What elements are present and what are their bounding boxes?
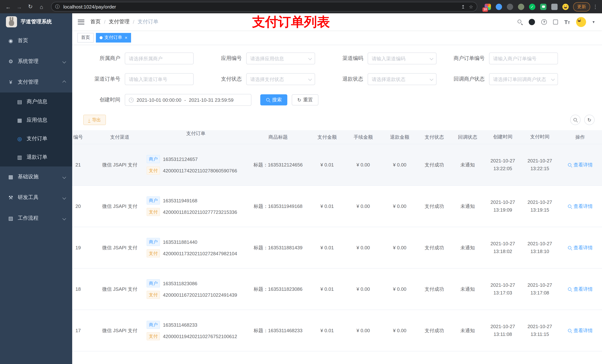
breadcrumb-home[interactable]: 首页 (90, 19, 101, 25)
extension-icon[interactable]: 10 (485, 3, 491, 10)
extension-icon[interactable] (551, 3, 558, 10)
time: 13:19:15 (530, 206, 549, 214)
merchant-input[interactable] (125, 52, 194, 64)
cell-pay-status: 支付成功 (418, 227, 451, 268)
home-icon[interactable]: ⌂ (37, 2, 46, 11)
app-logo: 芋道管理系统 (0, 13, 72, 30)
merchant-tag: 商户 (147, 279, 160, 287)
sidebar-item-system[interactable]: ⚙ 系统管理 (0, 51, 72, 72)
font-size-icon[interactable]: TT (564, 19, 570, 25)
view-detail-link[interactable]: 查看详情 (568, 161, 593, 168)
title-value: 1635311468233 (268, 328, 302, 333)
callback-status-select[interactable] (489, 73, 558, 85)
merchant-order-no-input[interactable] (489, 52, 558, 64)
cell-title: 标题：1635311468233 (247, 310, 310, 351)
export-button[interactable]: ↓ 导出 (83, 115, 106, 125)
sidebar-toggle-icon[interactable] (78, 20, 85, 24)
target-icon: ◎ (16, 136, 23, 142)
site-info-icon[interactable]: ⓘ (55, 3, 60, 10)
merchant-order-no: 1635311949168 (163, 198, 197, 203)
refund-status-select[interactable] (368, 73, 437, 85)
tab-pay-order[interactable]: 支付订单 × (96, 33, 131, 42)
yen-icon: ¥ (7, 79, 14, 85)
page-title-annotation: 支付订单列表 (252, 13, 330, 30)
close-icon[interactable]: × (125, 35, 127, 40)
bookmark-star-icon[interactable]: ☆ (469, 4, 473, 10)
column-header: 支付金额 (310, 130, 345, 144)
reset-button[interactable]: ↻ 重置 (292, 94, 318, 105)
pay-status-select[interactable] (246, 73, 315, 85)
cell-order-no: 商户1635311949168 支付4200001181202110277723… (143, 186, 247, 227)
profile-emoji-icon[interactable] (562, 3, 569, 10)
table-row: 18 微信 JSAPI 支付 商户1635311823086 支付4200001… (72, 269, 602, 310)
sidebar-item-app-info[interactable]: ▦ 应用信息 (0, 111, 72, 129)
pay-tag: 支付 (147, 249, 160, 258)
extension-icon[interactable]: ✓ (529, 3, 535, 10)
create-time-range-picker[interactable]: 2021-10-01 00:00:00 - 2021-10-31 23:59:5… (125, 94, 251, 106)
tab-home[interactable]: 首页 (77, 33, 94, 42)
date: 2021-10-27 (527, 240, 552, 248)
search-button[interactable]: 搜索 (260, 94, 287, 105)
cell-pay-time: 2021-10-2713:22:15 (521, 144, 558, 185)
column-header: 手续金额 (345, 130, 382, 144)
browser-update-button[interactable]: 更新 (573, 2, 590, 11)
title-value: 1635311949168 (268, 203, 302, 209)
filter-label: 应用编号 (205, 55, 246, 62)
sidebar-item-infra[interactable]: ▩ 基础设施 (0, 166, 72, 187)
fullscreen-icon[interactable] (553, 20, 558, 24)
back-icon[interactable]: ← (4, 2, 13, 11)
view-detail-link[interactable]: 查看详情 (568, 203, 593, 209)
sidebar-item-pay-order[interactable]: ◎ 支付订单 (0, 129, 72, 148)
cell-id: 19 (72, 227, 97, 268)
cell-pay-status: 支付成功 (418, 186, 451, 227)
sidebar-item-label: 工作流程 (18, 215, 39, 222)
view-detail-link[interactable]: 查看详情 (568, 327, 593, 334)
channel-code-select[interactable] (368, 52, 437, 64)
help-icon[interactable]: ? (541, 19, 547, 25)
sidebar-item-workflow[interactable]: ▨ 工作流程 (0, 208, 72, 229)
github-icon[interactable] (529, 19, 535, 25)
sidebar-item-label: 支付订单 (27, 135, 47, 142)
pay-order-no: 4200001194202110276752100612 (163, 333, 237, 339)
tags-view-bar: 首页 支付订单 × (72, 30, 602, 45)
cell-create-time: 2021-10-2713:22:05 (484, 144, 521, 185)
cell-amount: ¥ 0.01 (310, 186, 345, 227)
extension-icon[interactable] (518, 3, 524, 10)
url-input[interactable] (63, 3, 461, 10)
download-icon: ↓ (88, 117, 90, 122)
page-content: 所属商户 应用编号 渠道编码 商户订单编号 (72, 45, 602, 364)
column-header: 支付状态 (418, 130, 451, 144)
table-row: 19 微信 JSAPI 支付 商户1635311881440 支付4200001… (72, 227, 602, 269)
column-header: 支付订单 (143, 130, 247, 144)
search-icon[interactable] (517, 19, 522, 24)
sidebar-item-merchant-info[interactable]: ▤ 商户信息 (0, 93, 72, 111)
reload-icon[interactable]: ↻ (26, 2, 35, 11)
sidebar-item-devtools[interactable]: ⚒ 研发工具 (0, 187, 72, 208)
toggle-search-button[interactable] (570, 115, 580, 125)
cell-id: 18 (72, 269, 97, 310)
extension-icon[interactable] (496, 3, 502, 10)
table-row: 20 微信 JSAPI 支付 商户1635311949168 支付4200001… (72, 186, 602, 227)
refresh-table-button[interactable]: ↻ (584, 115, 595, 125)
avatar-caret-icon[interactable]: ▾ (592, 20, 595, 24)
app-no-select[interactable] (246, 52, 315, 64)
sidebar-item-pay[interactable]: ¥ 支付管理 (0, 72, 72, 93)
forward-icon[interactable]: → (15, 2, 24, 11)
sidebar-item-home[interactable]: ◉ 首页 (0, 30, 72, 51)
user-avatar[interactable] (576, 17, 586, 27)
sidebar-item-refund-order[interactable]: ▥ 退款订单 (0, 148, 72, 166)
cell-notify-status: 未通知 (451, 186, 484, 227)
filter-label: 渠道编码 (326, 55, 368, 62)
search-icon (568, 245, 572, 250)
cell-create-time: 2021-10-2713:18:02 (484, 227, 521, 268)
chevron-up-icon (62, 80, 66, 84)
extension-icon[interactable] (507, 3, 513, 10)
omnibox[interactable]: ⓘ ↥ ☆ (51, 2, 477, 11)
view-detail-link[interactable]: 查看详情 (568, 286, 593, 292)
share-icon[interactable]: ↥ (461, 4, 465, 10)
browser-menu-icon[interactable]: ⋮ (592, 4, 598, 10)
channel-order-no-input[interactable] (125, 73, 194, 85)
extension-icon[interactable] (540, 3, 547, 10)
breadcrumb-section[interactable]: 支付管理 (109, 19, 129, 25)
view-detail-link[interactable]: 查看详情 (568, 244, 593, 251)
